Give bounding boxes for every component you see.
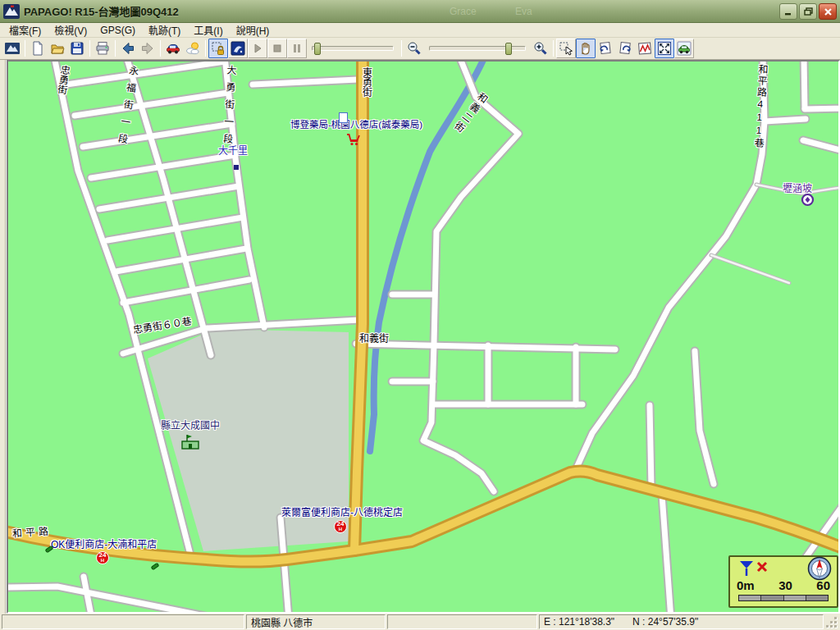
menu-help[interactable]: 說明(H) <box>231 22 276 38</box>
route-zigzag-button[interactable] <box>635 39 655 58</box>
pan-hand-button[interactable] <box>576 39 596 58</box>
map-roads-layer <box>8 62 838 612</box>
menu-view[interactable]: 檢視(V) <box>48 22 93 38</box>
save-button[interactable] <box>67 39 87 58</box>
scale-end: 60 <box>816 578 830 592</box>
select-rect-button[interactable] <box>556 39 576 58</box>
night-map-button[interactable] <box>228 39 248 58</box>
zoom-slider[interactable] <box>429 46 526 51</box>
scale-zero: 0m <box>737 578 755 592</box>
back-button[interactable] <box>118 39 138 58</box>
menu-tools[interactable]: 工具(I) <box>188 22 228 38</box>
page-prev-button[interactable] <box>596 39 615 58</box>
pause-button[interactable] <box>287 39 307 58</box>
play-button[interactable] <box>248 39 267 58</box>
menu-file[interactable]: 檔案(F) <box>3 22 47 38</box>
playback-slider[interactable] <box>312 46 394 51</box>
open-file-button[interactable] <box>48 39 67 58</box>
status-coordinates: E : 121°18'38.3" N : 24°57'35.9" <box>539 614 824 629</box>
select-lock-button[interactable] <box>208 39 228 58</box>
ghost-desktop-text: Eva <box>515 6 532 17</box>
status-region: 桃園縣 八德市 <box>246 614 386 629</box>
playback-slider-thumb[interactable] <box>314 43 321 55</box>
forward-button[interactable] <box>138 39 158 58</box>
scale-mid: 30 <box>778 578 792 592</box>
zoom-out-button[interactable] <box>404 39 424 58</box>
papago-logo-icon <box>3 3 20 20</box>
page-next-button[interactable] <box>615 39 635 58</box>
coord-north: N : 24°57'35.9" <box>632 616 698 628</box>
close-button[interactable] <box>819 3 837 20</box>
scale-bar <box>738 595 829 601</box>
window-title: PAPAGO! R15-台灣地圖09Q412 <box>24 3 179 19</box>
menu-gps[interactable]: GPS(G) <box>94 24 141 37</box>
ghost-desktop-text: Grace <box>450 6 477 17</box>
status-bar: 桃園縣 八德市 E : 121°18'38.3" N : 24°57'35.9" <box>0 614 840 630</box>
papago-window: PAPAGO! R15-台灣地圖09Q412 Grace Eva 檔案(F) 檢… <box>0 0 840 630</box>
nav-car-button[interactable] <box>674 39 694 58</box>
side-splitter[interactable] <box>0 60 7 614</box>
gps-no-signal-icon <box>738 559 773 578</box>
title-bar[interactable]: PAPAGO! R15-台灣地圖09Q412 Grace Eva <box>0 0 840 23</box>
stop-button[interactable] <box>267 39 287 58</box>
scale-gps-panel: 0m 30 60 <box>728 555 838 608</box>
map-frame: 忠勇街 永福街一段 大勇街一段 東勇街 和平路411巷 和義二街 忠勇街６０巷 … <box>7 60 840 614</box>
print-button[interactable] <box>93 39 112 58</box>
new-file-button[interactable] <box>28 39 48 58</box>
status-empty-panel <box>387 614 537 629</box>
compass-icon <box>807 556 832 581</box>
toolbar <box>0 38 840 60</box>
zoom-in-button[interactable] <box>531 39 550 58</box>
menu-track[interactable]: 軌跡(T) <box>143 22 186 38</box>
menu-bar: 檔案(F) 檢視(V) GPS(G) 軌跡(T) 工具(I) 說明(H) <box>0 23 840 38</box>
map-canvas[interactable]: 忠勇街 永福街一段 大勇街一段 東勇街 和平路411巷 和義二街 忠勇街６０巷 … <box>8 62 838 612</box>
coord-east: E : 121°18'38.3" <box>544 616 614 628</box>
restore-button[interactable] <box>799 3 817 20</box>
zoom-slider-thumb[interactable] <box>505 43 512 55</box>
vehicle-icon[interactable] <box>163 39 183 58</box>
status-empty-panel <box>2 614 244 629</box>
resize-grip[interactable] <box>825 614 838 629</box>
weather-icon[interactable] <box>183 39 203 58</box>
minimize-button[interactable] <box>779 3 797 20</box>
papago-home-icon[interactable] <box>2 39 22 58</box>
fullscreen-button[interactable] <box>655 39 674 58</box>
